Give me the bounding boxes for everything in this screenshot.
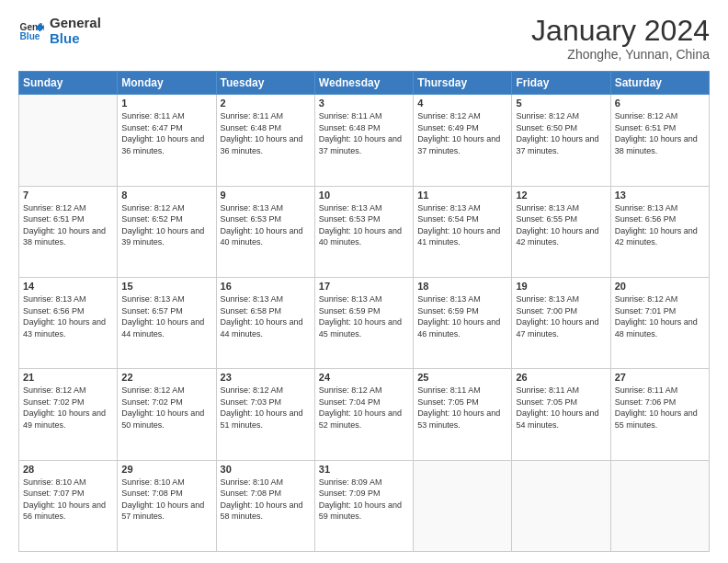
sunrise-label: Sunrise: 8:13 AM <box>121 294 185 304</box>
calendar-cell: 28 Sunrise: 8:10 AM Sunset: 7:07 PM Dayl… <box>19 460 118 551</box>
calendar-cell: 26 Sunrise: 8:11 AM Sunset: 7:05 PM Dayl… <box>512 369 610 460</box>
day-info: Sunrise: 8:11 AM Sunset: 7:06 PM Dayligh… <box>615 385 705 431</box>
sunset-label: Sunset: 6:58 PM <box>221 306 282 316</box>
day-info: Sunrise: 8:11 AM Sunset: 6:48 PM Dayligh… <box>221 110 311 156</box>
sunrise-label: Sunrise: 8:13 AM <box>23 294 86 304</box>
calendar-cell: 9 Sunrise: 8:13 AM Sunset: 6:53 PM Dayli… <box>216 186 314 277</box>
daylight-label: Daylight: 10 hours and 40 minutes. <box>319 226 402 247</box>
sunset-label: Sunset: 6:57 PM <box>121 306 183 316</box>
calendar-cell <box>610 460 709 551</box>
day-info: Sunrise: 8:12 AM Sunset: 7:03 PM Dayligh… <box>221 385 311 431</box>
sunset-label: Sunset: 7:06 PM <box>615 397 677 407</box>
sunrise-label: Sunrise: 8:12 AM <box>319 385 382 395</box>
sunset-label: Sunset: 6:49 PM <box>417 123 479 132</box>
daylight-label: Daylight: 10 hours and 36 minutes. <box>221 134 303 155</box>
sunset-label: Sunset: 7:04 PM <box>319 397 381 407</box>
sunset-label: Sunset: 7:02 PM <box>23 397 85 407</box>
day-info: Sunrise: 8:13 AM Sunset: 6:58 PM Dayligh… <box>221 293 311 339</box>
week-row-4: 21 Sunrise: 8:12 AM Sunset: 7:02 PM Dayl… <box>19 369 710 460</box>
sunrise-label: Sunrise: 8:11 AM <box>221 111 284 121</box>
day-number: 7 <box>23 190 113 201</box>
day-number: 12 <box>516 190 606 201</box>
daylight-label: Daylight: 10 hours and 41 minutes. <box>417 226 500 247</box>
daylight-label: Daylight: 10 hours and 37 minutes. <box>417 134 500 155</box>
calendar-cell: 4 Sunrise: 8:12 AM Sunset: 6:49 PM Dayli… <box>414 95 512 186</box>
sunset-label: Sunset: 6:54 PM <box>417 214 479 224</box>
sunset-label: Sunset: 7:05 PM <box>417 397 479 407</box>
day-number: 28 <box>23 464 113 475</box>
calendar-cell <box>414 460 512 551</box>
calendar-cell: 11 Sunrise: 8:13 AM Sunset: 6:54 PM Dayl… <box>414 186 512 277</box>
day-number: 18 <box>417 281 507 292</box>
sunrise-label: Sunrise: 8:13 AM <box>221 203 284 213</box>
week-row-3: 14 Sunrise: 8:13 AM Sunset: 6:56 PM Dayl… <box>19 277 710 368</box>
day-info: Sunrise: 8:12 AM Sunset: 7:02 PM Dayligh… <box>23 385 113 431</box>
sunset-label: Sunset: 6:50 PM <box>516 123 577 132</box>
day-header-thursday: Thursday <box>414 72 512 95</box>
day-number: 1 <box>121 98 211 109</box>
daylight-label: Daylight: 10 hours and 58 minutes. <box>221 500 303 522</box>
sunset-label: Sunset: 6:48 PM <box>221 123 282 132</box>
sunrise-label: Sunrise: 8:11 AM <box>319 111 382 121</box>
day-number: 8 <box>121 190 211 201</box>
day-number: 21 <box>23 372 113 383</box>
daylight-label: Daylight: 10 hours and 40 minutes. <box>221 226 303 247</box>
daylight-label: Daylight: 10 hours and 43 minutes. <box>23 317 106 339</box>
logo: General Blue General Blue <box>18 15 101 47</box>
calendar-cell <box>512 460 610 551</box>
calendar-cell: 20 Sunrise: 8:12 AM Sunset: 7:01 PM Dayl… <box>610 277 709 368</box>
day-number: 29 <box>121 464 211 475</box>
sunset-label: Sunset: 6:55 PM <box>516 214 577 224</box>
day-number: 5 <box>516 98 606 109</box>
day-info: Sunrise: 8:10 AM Sunset: 7:08 PM Dayligh… <box>121 477 211 523</box>
daylight-label: Daylight: 10 hours and 49 minutes. <box>23 408 106 430</box>
sunrise-label: Sunrise: 8:12 AM <box>23 385 86 395</box>
day-header-tuesday: Tuesday <box>216 72 314 95</box>
calendar-cell: 18 Sunrise: 8:13 AM Sunset: 6:59 PM Dayl… <box>414 277 512 368</box>
sunset-label: Sunset: 7:07 PM <box>23 488 85 498</box>
sunset-label: Sunset: 6:51 PM <box>615 123 677 132</box>
daylight-label: Daylight: 10 hours and 42 minutes. <box>615 226 698 247</box>
daylight-label: Daylight: 10 hours and 39 minutes. <box>121 226 204 247</box>
day-number: 3 <box>319 98 409 109</box>
calendar-cell <box>19 95 118 186</box>
sunrise-label: Sunrise: 8:11 AM <box>615 385 678 395</box>
day-number: 14 <box>23 281 113 292</box>
calendar-cell: 3 Sunrise: 8:11 AM Sunset: 6:48 PM Dayli… <box>314 95 413 186</box>
sunrise-label: Sunrise: 8:10 AM <box>221 477 284 487</box>
day-number: 19 <box>516 281 606 292</box>
sunset-label: Sunset: 6:48 PM <box>319 123 381 132</box>
daylight-label: Daylight: 10 hours and 51 minutes. <box>221 408 303 430</box>
day-info: Sunrise: 8:13 AM Sunset: 6:59 PM Dayligh… <box>319 293 409 339</box>
sunrise-label: Sunrise: 8:11 AM <box>121 111 185 121</box>
day-info: Sunrise: 8:11 AM Sunset: 6:47 PM Dayligh… <box>121 110 211 156</box>
day-info: Sunrise: 8:12 AM Sunset: 6:51 PM Dayligh… <box>23 202 113 248</box>
sunrise-label: Sunrise: 8:10 AM <box>121 477 185 487</box>
daylight-label: Daylight: 10 hours and 46 minutes. <box>417 317 500 339</box>
day-info: Sunrise: 8:12 AM Sunset: 6:50 PM Dayligh… <box>516 110 606 156</box>
sunset-label: Sunset: 6:52 PM <box>121 214 183 224</box>
daylight-label: Daylight: 10 hours and 55 minutes. <box>615 408 698 430</box>
header-right: January 2024 Zhonghe, Yunnan, China <box>531 15 710 62</box>
sunset-label: Sunset: 6:59 PM <box>319 306 381 316</box>
sunrise-label: Sunrise: 8:12 AM <box>121 203 185 213</box>
location-subtitle: Zhonghe, Yunnan, China <box>531 47 710 62</box>
week-row-5: 28 Sunrise: 8:10 AM Sunset: 7:07 PM Dayl… <box>19 460 710 551</box>
calendar-cell: 10 Sunrise: 8:13 AM Sunset: 6:53 PM Dayl… <box>314 186 413 277</box>
page: General Blue General Blue January 2024 Z… <box>0 0 728 563</box>
calendar-cell: 6 Sunrise: 8:12 AM Sunset: 6:51 PM Dayli… <box>610 95 709 186</box>
sunset-label: Sunset: 6:59 PM <box>417 306 479 316</box>
day-info: Sunrise: 8:12 AM Sunset: 7:04 PM Dayligh… <box>319 385 409 431</box>
day-info: Sunrise: 8:13 AM Sunset: 7:00 PM Dayligh… <box>516 293 606 339</box>
day-info: Sunrise: 8:13 AM Sunset: 6:53 PM Dayligh… <box>221 202 311 248</box>
daylight-label: Daylight: 10 hours and 44 minutes. <box>221 317 303 339</box>
sunrise-label: Sunrise: 8:12 AM <box>516 111 579 121</box>
calendar-table: SundayMondayTuesdayWednesdayThursdayFrid… <box>18 71 710 552</box>
day-info: Sunrise: 8:12 AM Sunset: 6:52 PM Dayligh… <box>121 202 211 248</box>
daylight-label: Daylight: 10 hours and 48 minutes. <box>615 317 698 339</box>
day-header-sunday: Sunday <box>19 72 118 95</box>
sunrise-label: Sunrise: 8:13 AM <box>417 294 481 304</box>
day-number: 31 <box>319 464 409 475</box>
sunrise-label: Sunrise: 8:13 AM <box>516 203 579 213</box>
day-number: 2 <box>221 98 311 109</box>
